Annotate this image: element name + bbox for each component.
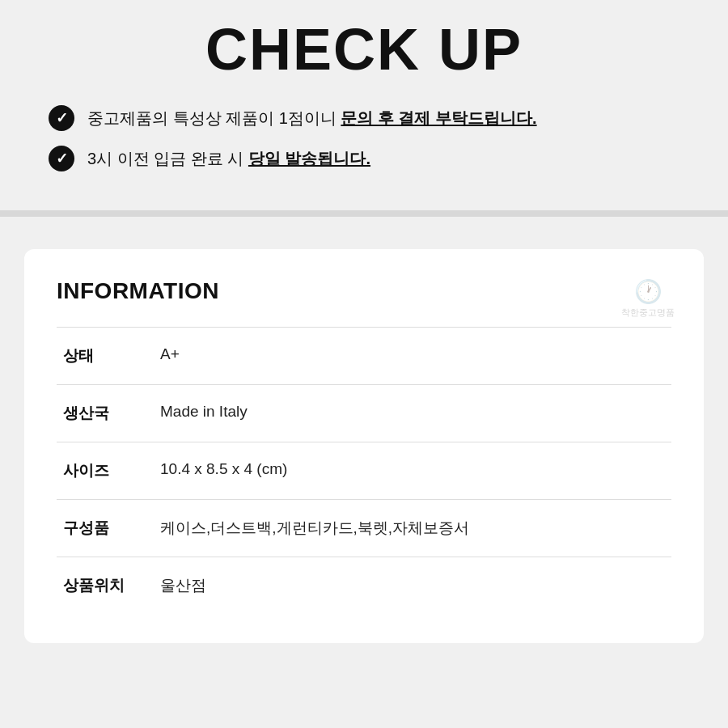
row-value-3: 10.4 x 8.5 x 4 (cm) bbox=[154, 442, 671, 500]
checklist-item-2: 3시 이전 입금 완료 시 당일 발송됩니다. bbox=[49, 146, 679, 171]
checklist: 중고제품의 특성상 제품이 1점이니 문의 후 결제 부탁드립니다. 3시 이전… bbox=[32, 105, 696, 171]
watermark: 🕐 착한중고명품 bbox=[621, 278, 675, 319]
row-label-5: 상품위치 bbox=[57, 557, 154, 615]
row-label-4: 구성품 bbox=[57, 500, 154, 557]
table-row: 생산국 Made in Italy bbox=[57, 385, 671, 442]
checklist-item-1-highlight: 문의 후 결제 부탁드립니다. bbox=[341, 109, 536, 127]
row-value-2: Made in Italy bbox=[154, 385, 671, 442]
row-label-3: 사이즈 bbox=[57, 442, 154, 500]
checklist-item-1-text: 중고제품의 특성상 제품이 1점이니 문의 후 결제 부탁드립니다. bbox=[87, 107, 537, 129]
table-row: 구성품 케이스,더스트백,게런티카드,북렛,자체보증서 bbox=[57, 500, 671, 557]
checklist-item-2-text: 3시 이전 입금 완료 시 당일 발송됩니다. bbox=[87, 147, 370, 170]
info-card: INFORMATION 🕐 착한중고명품 상태 A+ 생산국 Made in I… bbox=[24, 249, 704, 643]
watermark-icon: 🕐 bbox=[621, 278, 675, 305]
header-section: CHECK UP 중고제품의 특성상 제품이 1점이니 문의 후 결제 부탁드립… bbox=[0, 0, 728, 210]
checklist-item-1: 중고제품의 특성상 제품이 1점이니 문의 후 결제 부탁드립니다. bbox=[49, 105, 679, 131]
checklist-item-2-normal: 3시 이전 입금 완료 시 bbox=[87, 150, 248, 167]
row-value-5: 울산점 bbox=[154, 557, 671, 615]
info-title: INFORMATION bbox=[57, 278, 671, 304]
table-row: 상태 A+ bbox=[57, 328, 671, 385]
checklist-item-1-normal: 중고제품의 특성상 제품이 1점이니 bbox=[87, 109, 341, 127]
check-icon-1 bbox=[49, 105, 74, 131]
check-icon-2 bbox=[49, 146, 74, 171]
table-row: 사이즈 10.4 x 8.5 x 4 (cm) bbox=[57, 442, 671, 500]
row-label-2: 생산국 bbox=[57, 385, 154, 442]
section-divider bbox=[0, 210, 728, 217]
page-title: CHECK UP bbox=[32, 16, 696, 83]
row-label-1: 상태 bbox=[57, 328, 154, 385]
table-row: 상품위치 울산점 bbox=[57, 557, 671, 615]
row-value-1: A+ bbox=[154, 328, 671, 385]
info-table: 상태 A+ 생산국 Made in Italy 사이즈 10.4 x 8.5 x… bbox=[57, 327, 671, 614]
watermark-text: 착한중고명품 bbox=[621, 307, 675, 319]
row-value-4: 케이스,더스트백,게런티카드,북렛,자체보증서 bbox=[154, 500, 671, 557]
info-section-wrapper: INFORMATION 🕐 착한중고명품 상태 A+ 생산국 Made in I… bbox=[0, 217, 728, 675]
checklist-item-2-highlight: 당일 발송됩니다. bbox=[248, 150, 370, 167]
